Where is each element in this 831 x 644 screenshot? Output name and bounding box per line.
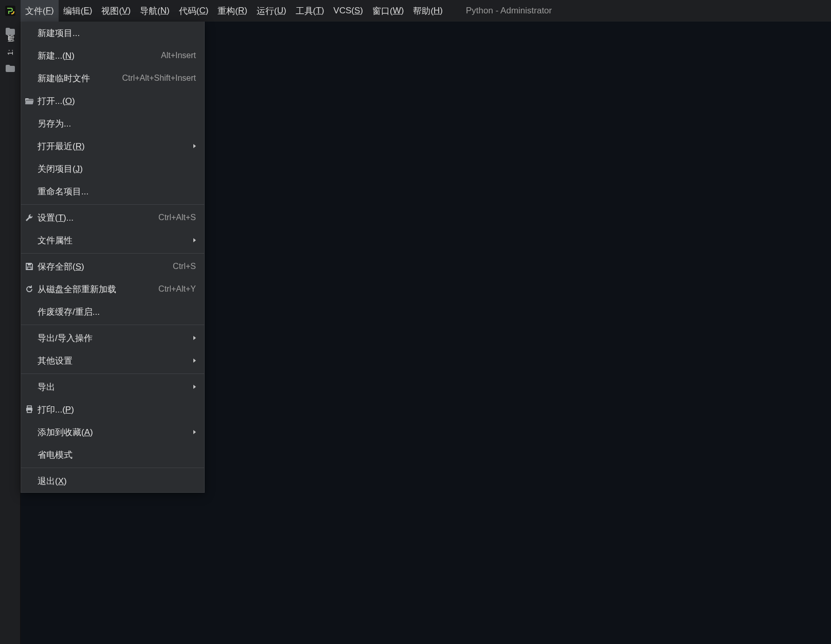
svg-rect-2 — [28, 267, 31, 270]
menubar-f[interactable]: 文件(F) — [21, 0, 59, 22]
menu-item[interactable]: 导出 — [21, 375, 204, 398]
menu-label: 关闭项目(J) — [38, 163, 196, 175]
menu-label: 新建临时文件 — [38, 73, 122, 84]
menu-label: 文件属性 — [38, 235, 196, 246]
menu-item[interactable]: 文件属性 — [21, 229, 204, 252]
menu-label: 另存为... — [38, 118, 196, 130]
submenu-arrow-icon — [193, 235, 197, 245]
menu-separator — [21, 325, 204, 325]
menu-shortcut: Ctrl+Alt+S — [158, 213, 196, 222]
menu-item[interactable]: 打印...(P) — [21, 398, 204, 421]
menubar-e[interactable]: 编辑(E) — [59, 0, 97, 22]
menu-label: 保存全部(S) — [38, 261, 173, 273]
menubar-t[interactable]: 工具(T) — [291, 0, 329, 22]
menu-label: 新建...(N) — [38, 50, 161, 62]
menubar-u[interactable]: 运行(U) — [252, 0, 291, 22]
window-title: Python - Administrator — [466, 6, 552, 16]
svg-rect-4 — [27, 410, 31, 413]
menubar-c[interactable]: 代码(C) — [174, 0, 213, 22]
left-tool-stripe: 1: 项目 — [0, 22, 21, 644]
menu-shortcut: Ctrl+Alt+Shift+Insert — [122, 74, 196, 83]
menu-separator — [21, 253, 204, 254]
menu-item[interactable]: 添加到收藏(A) — [21, 421, 204, 443]
menubar-s[interactable]: VCS(S) — [329, 0, 368, 22]
menubar-v[interactable]: 视图(V) — [97, 0, 135, 22]
print-icon — [24, 404, 34, 415]
menubar-w[interactable]: 窗口(W) — [368, 0, 408, 22]
menu-shortcut: Alt+Insert — [161, 51, 196, 60]
menu-label: 省电模式 — [38, 449, 196, 461]
menu-label: 导出/导入操作 — [38, 332, 196, 344]
project-tool-tab[interactable]: 1: 项目 — [6, 44, 15, 59]
menu-item[interactable]: 另存为... — [21, 112, 204, 135]
menu-separator — [21, 468, 204, 468]
file-menu-dropdown: 新建项目...新建...(N)Alt+Insert新建临时文件Ctrl+Alt+… — [21, 22, 205, 493]
menu-label: 打印...(P) — [38, 404, 196, 416]
menubar-h[interactable]: 帮助(H) — [408, 0, 447, 22]
menu-item[interactable]: 关闭项目(J) — [21, 157, 204, 180]
menu-label: 从磁盘全部重新加载 — [38, 283, 158, 295]
menu-shortcut: Ctrl+S — [173, 262, 196, 271]
menu-item[interactable]: 打开...(O) — [21, 90, 204, 112]
submenu-arrow-icon — [193, 427, 197, 437]
submenu-arrow-icon — [193, 141, 197, 151]
menu-label: 打开最近(R) — [38, 140, 196, 152]
menu-item[interactable]: 重命名项目... — [21, 180, 204, 203]
folder-open-icon — [24, 96, 34, 106]
menu-item[interactable]: 保存全部(S)Ctrl+S — [21, 255, 204, 278]
menu-item[interactable]: 新建项目... — [21, 22, 204, 44]
save-icon — [24, 261, 34, 272]
submenu-arrow-icon — [193, 333, 197, 343]
menu-item[interactable]: 导出/导入操作 — [21, 327, 204, 349]
menubar-n[interactable]: 导航(N) — [135, 0, 174, 22]
menu-item[interactable]: 省电模式 — [21, 443, 204, 466]
menu-item[interactable]: 设置(T)...Ctrl+Alt+S — [21, 206, 204, 229]
menu-label: 打开...(O) — [38, 95, 196, 107]
menu-item[interactable]: 其他设置 — [21, 349, 204, 372]
project-tab-label: 1: 项目 — [6, 47, 15, 56]
folder-icon[interactable] — [5, 63, 16, 74]
menu-separator — [21, 373, 204, 374]
menu-label: 设置(T)... — [38, 212, 158, 224]
menubar: 文件(F)编辑(E)视图(V)导航(N)代码(C)重构(R)运行(U)工具(T)… — [0, 0, 831, 22]
menu-item[interactable]: 新建临时文件Ctrl+Alt+Shift+Insert — [21, 67, 204, 90]
menu-item[interactable]: 作废缓存/重启... — [21, 300, 204, 323]
svg-rect-3 — [27, 406, 31, 408]
menu-label: 添加到收藏(A) — [38, 426, 196, 438]
menu-shortcut: Ctrl+Alt+Y — [158, 284, 196, 294]
app-logo-icon — [0, 0, 21, 22]
menu-label: 其他设置 — [38, 355, 196, 367]
menu-item[interactable]: 退出(X) — [21, 470, 204, 492]
menu-item[interactable]: 新建...(N)Alt+Insert — [21, 44, 204, 67]
folder-icon[interactable] — [5, 26, 16, 37]
wrench-icon — [24, 212, 34, 223]
menu-item[interactable]: 从磁盘全部重新加载Ctrl+Alt+Y — [21, 278, 204, 300]
menu-label: 作废缓存/重启... — [38, 306, 196, 318]
submenu-arrow-icon — [193, 382, 197, 392]
menubar-r[interactable]: 重构(R) — [213, 0, 252, 22]
reload-icon — [24, 284, 34, 294]
menu-label: 新建项目... — [38, 27, 196, 39]
menu-separator — [21, 204, 204, 205]
submenu-arrow-icon — [193, 355, 197, 366]
svg-rect-1 — [28, 263, 31, 265]
menu-label: 重命名项目... — [38, 186, 196, 198]
menu-label: 导出 — [38, 381, 196, 393]
menu-item[interactable]: 打开最近(R) — [21, 135, 204, 157]
menu-label: 退出(X) — [38, 475, 196, 487]
